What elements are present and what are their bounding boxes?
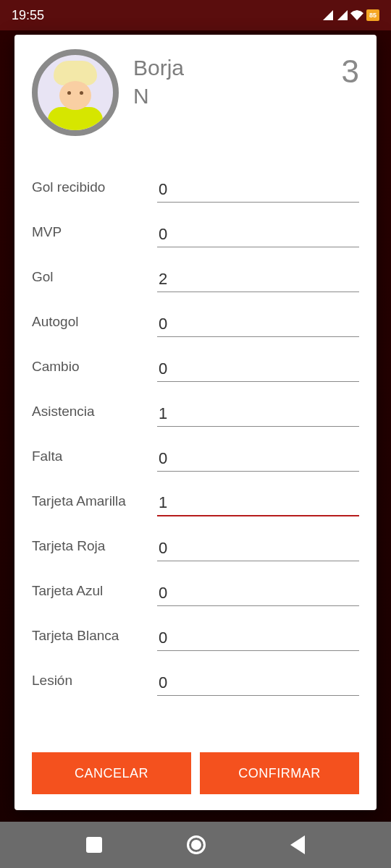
stat-label: Falta	[32, 448, 146, 472]
stat-row: Tarjeta Amarilla	[32, 472, 359, 516]
stat-row: Gol	[32, 247, 359, 292]
stat-row: Tarjeta Blanca	[32, 606, 359, 651]
stat-row: Tarjeta Roja	[32, 516, 359, 561]
nav-back-icon[interactable]	[290, 835, 305, 854]
status-bar: 19:55 85	[0, 0, 391, 30]
stat-row: Tarjeta Azul	[32, 561, 359, 606]
confirm-button[interactable]: CONFIRMAR	[200, 752, 359, 794]
stat-row: Gol recibido	[32, 158, 359, 203]
stat-label: Tarjeta Blanca	[32, 628, 146, 651]
stat-input[interactable]	[157, 401, 359, 427]
stat-label: Tarjeta Roja	[32, 538, 146, 561]
status-icons: 85	[321, 9, 379, 21]
stat-input[interactable]	[157, 490, 359, 516]
stat-input[interactable]	[157, 312, 359, 337]
stat-label: Autogol	[32, 314, 146, 337]
stat-input[interactable]	[157, 536, 359, 561]
stat-label: Cambio	[32, 359, 146, 382]
stat-label: MVP	[32, 224, 146, 247]
player-first-name: Borja	[133, 56, 184, 80]
stat-label: Gol	[32, 269, 146, 292]
nav-home-icon[interactable]	[187, 835, 206, 854]
stats-list: Gol recibidoMVPGolAutogolCambioAsistenci…	[32, 158, 359, 732]
stat-input[interactable]	[157, 222, 359, 247]
stat-row: Asistencia	[32, 382, 359, 427]
stat-label: Gol recibido	[32, 179, 146, 203]
signal-icon	[337, 10, 348, 20]
stat-input[interactable]	[157, 267, 359, 292]
stat-input[interactable]	[157, 581, 359, 606]
stat-input[interactable]	[157, 357, 359, 382]
stat-row: Falta	[32, 427, 359, 472]
stat-input[interactable]	[157, 446, 359, 472]
player-last-name: N	[133, 84, 149, 108]
cancel-button[interactable]: CANCELAR	[32, 752, 191, 794]
player-stats-modal: Borja N 3 Gol recibidoMVPGolAutogolCambi…	[14, 35, 377, 810]
wifi-icon	[350, 10, 363, 20]
player-header: Borja N 3	[32, 49, 359, 136]
player-name: Borja N	[133, 49, 327, 110]
button-row: CANCELAR CONFIRMAR	[32, 752, 359, 794]
nav-recent-icon[interactable]	[86, 837, 102, 853]
stat-input[interactable]	[157, 177, 359, 203]
stat-label: Tarjeta Azul	[32, 583, 146, 606]
player-number: 3	[342, 49, 359, 90]
stat-label: Tarjeta Amarilla	[32, 493, 146, 516]
stat-input[interactable]	[157, 671, 359, 696]
stat-row: Autogol	[32, 292, 359, 337]
android-nav-bar	[0, 822, 391, 868]
stat-row: MVP	[32, 203, 359, 247]
stat-row: Cambio	[32, 337, 359, 382]
stat-row: Lesión	[32, 651, 359, 696]
status-time: 19:55	[12, 8, 44, 23]
stat-label: Asistencia	[32, 404, 146, 427]
stat-input[interactable]	[157, 626, 359, 651]
avatar	[32, 49, 119, 136]
stat-label: Lesión	[32, 673, 146, 696]
signal-icon	[323, 10, 333, 20]
battery-icon: 85	[366, 9, 379, 21]
